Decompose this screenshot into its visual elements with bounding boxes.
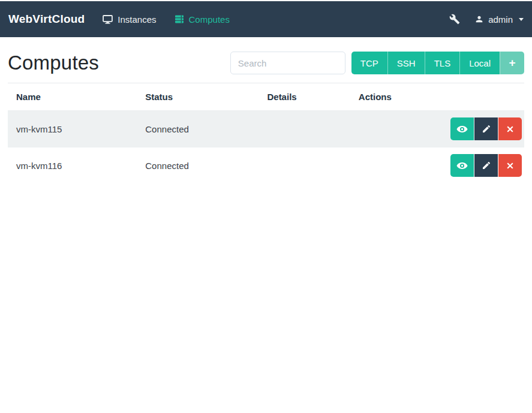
eye-icon xyxy=(456,160,468,171)
nav-item-computes[interactable]: Computes xyxy=(175,14,230,25)
add-compute-button[interactable]: + xyxy=(500,52,524,74)
x-icon xyxy=(506,161,515,170)
table-row: vm-kvm115 Connected xyxy=(8,111,524,147)
navbar: WebVirtCloud Instances xyxy=(0,1,532,37)
tls-button[interactable]: TLS xyxy=(425,52,460,74)
compute-status: Connected xyxy=(140,111,262,147)
column-header-name: Name xyxy=(8,83,140,111)
edit-compute-button[interactable] xyxy=(474,117,498,140)
chevron-down-icon xyxy=(519,18,524,21)
navbar-right: admin xyxy=(449,14,524,25)
delete-compute-button[interactable] xyxy=(498,117,522,140)
computes-table: Name Status Details Actions vm-kvm115 Co… xyxy=(8,83,524,183)
edit-compute-button[interactable] xyxy=(474,154,498,177)
row-action-group xyxy=(450,117,522,140)
server-icon xyxy=(175,14,184,24)
user-icon xyxy=(474,14,484,24)
page-header: Computes TCP SSH TLS Local + xyxy=(8,52,524,74)
x-icon xyxy=(506,125,515,134)
page-title: Computes xyxy=(8,52,99,74)
compute-details xyxy=(262,111,353,147)
pencil-icon xyxy=(482,124,491,134)
user-label: admin xyxy=(488,14,513,25)
view-compute-button[interactable] xyxy=(450,117,474,140)
local-button[interactable]: Local xyxy=(459,52,500,74)
connection-type-button-group: TCP SSH TLS Local + xyxy=(351,52,524,74)
compute-name: vm-kvm115 xyxy=(8,111,140,147)
table-row: vm-kvm116 Connected xyxy=(8,147,524,184)
eye-icon xyxy=(456,123,468,135)
nav-item-label: Instances xyxy=(118,14,156,25)
row-action-group xyxy=(450,154,522,177)
pencil-icon xyxy=(482,161,491,170)
compute-name: vm-kvm116 xyxy=(8,147,140,184)
main-content: Computes TCP SSH TLS Local + Name Status… xyxy=(0,52,532,183)
table-header-row: Name Status Details Actions xyxy=(8,83,524,111)
wrench-icon[interactable] xyxy=(449,14,460,25)
compute-details xyxy=(262,147,353,184)
navbar-nav: Instances Computes xyxy=(103,14,230,25)
nav-item-instances[interactable]: Instances xyxy=(103,14,156,25)
ssh-button[interactable]: SSH xyxy=(387,52,425,74)
column-header-actions: Actions xyxy=(354,83,524,111)
compute-status: Connected xyxy=(140,147,262,184)
nav-item-label: Computes xyxy=(189,14,230,25)
search-input[interactable] xyxy=(230,52,345,74)
header-controls: TCP SSH TLS Local + xyxy=(230,52,524,74)
column-header-details: Details xyxy=(262,83,353,111)
user-menu[interactable]: admin xyxy=(474,14,524,25)
delete-compute-button[interactable] xyxy=(498,154,522,177)
column-header-status: Status xyxy=(140,83,262,111)
view-compute-button[interactable] xyxy=(450,154,474,177)
tcp-button[interactable]: TCP xyxy=(351,52,387,74)
brand-logo[interactable]: WebVirtCloud xyxy=(8,13,85,26)
monitor-icon xyxy=(103,14,113,25)
